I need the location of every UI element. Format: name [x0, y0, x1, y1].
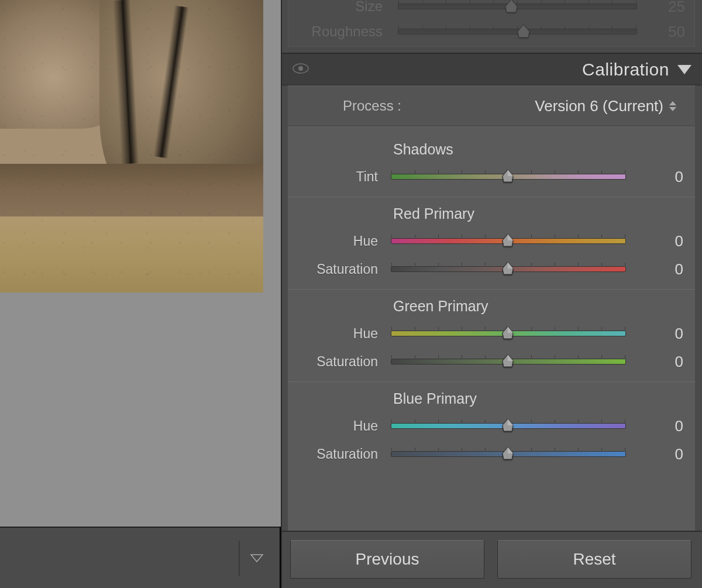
image-preview-pane — [0, 0, 281, 588]
grain-size-value[interactable]: 25 — [644, 0, 685, 16]
green-sat-label: Saturation — [288, 354, 387, 370]
green-hue-slider[interactable] — [391, 331, 626, 336]
green-hue-value[interactable]: 0 — [629, 325, 683, 343]
red-hue-slider[interactable] — [391, 238, 626, 244]
svg-marker-0 — [251, 555, 263, 562]
previous-button[interactable]: Previous — [290, 540, 484, 579]
shadows-tint-label: Tint — [288, 169, 387, 185]
green-primary-section-title: Green Primary — [288, 292, 695, 319]
eye-icon — [292, 63, 309, 74]
process-label: Process : — [288, 98, 422, 114]
updown-icon[interactable] — [669, 101, 676, 111]
grain-panel: Size 25 Roughness 50 — [288, 0, 695, 47]
process-version-row: Process : Version 6 (Current) — [288, 85, 695, 126]
red-primary-section-title: Red Primary — [288, 200, 695, 227]
red-sat-value[interactable]: 0 — [629, 260, 683, 278]
panel-visibility-toggle[interactable] — [292, 63, 309, 76]
toolbar-expand-button[interactable] — [250, 551, 263, 566]
reset-button[interactable]: Reset — [497, 540, 691, 579]
grain-roughness-slider[interactable] — [398, 29, 637, 35]
preview-image — [0, 0, 263, 293]
image-preview-area[interactable] — [0, 0, 281, 527]
develop-footer-buttons: Previous Reset — [282, 531, 702, 588]
grain-size-label: Size — [288, 0, 391, 15]
blue-hue-value[interactable]: 0 — [629, 417, 683, 435]
panel-title: Calibration — [309, 60, 677, 80]
grain-roughness-label: Roughness — [288, 23, 391, 40]
chevron-down-icon — [250, 554, 263, 562]
green-hue-label: Hue — [288, 326, 387, 342]
blue-sat-value[interactable]: 0 — [629, 445, 683, 463]
svg-point-2 — [298, 66, 303, 71]
develop-right-panel: Size 25 Roughness 50 Calibr — [281, 0, 702, 588]
calibration-panel-header[interactable]: Calibration — [282, 53, 702, 85]
process-version-dropdown[interactable]: Version 6 (Current) — [422, 97, 669, 115]
preview-toolbar — [0, 527, 280, 588]
green-sat-value[interactable]: 0 — [629, 353, 683, 371]
green-sat-slider[interactable] — [391, 359, 626, 365]
panel-collapse-icon[interactable] — [677, 65, 691, 74]
blue-primary-section-title: Blue Primary — [288, 384, 695, 412]
blue-sat-slider[interactable] — [391, 451, 626, 457]
red-sat-slider[interactable] — [391, 266, 626, 272]
grain-roughness-value[interactable]: 50 — [644, 23, 685, 41]
red-sat-label: Saturation — [288, 262, 387, 277]
shadows-tint-value[interactable]: 0 — [629, 168, 683, 186]
red-hue-value[interactable]: 0 — [629, 232, 683, 250]
shadows-section-title: Shadows — [288, 135, 695, 163]
red-hue-label: Hue — [288, 233, 387, 249]
blue-sat-label: Saturation — [288, 446, 387, 462]
calibration-panel-body: Shadows Tint 0 Red Primary Hue 0 Saturat… — [288, 126, 695, 531]
shadows-tint-slider[interactable] — [391, 174, 626, 180]
grain-size-slider[interactable] — [398, 4, 637, 9]
blue-hue-slider[interactable] — [391, 423, 626, 429]
blue-hue-label: Hue — [288, 418, 387, 434]
